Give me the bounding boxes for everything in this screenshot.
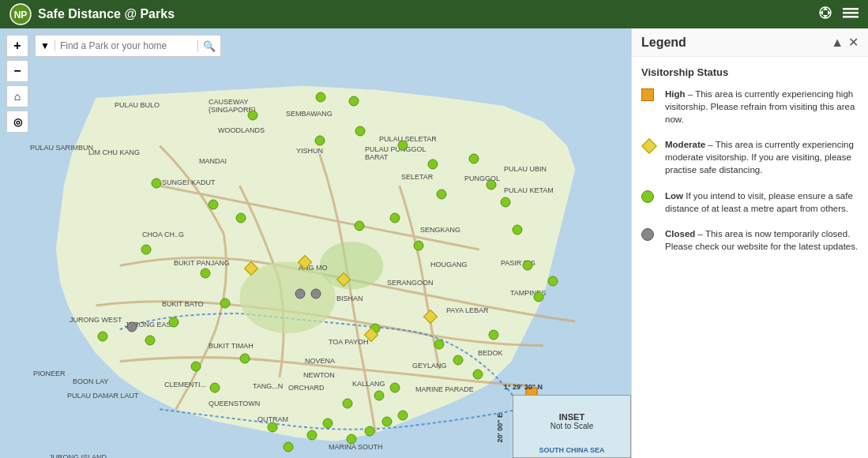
inset-label: INSET [559,412,584,422]
zoom-in-button[interactable]: + [6,35,28,57]
main-content: + − ⌂ ◎ ▼ 🔍 PULAU BULO CAUSEWAY(SINGAPOR… [0,28,868,458]
legend-title: Legend [641,36,686,50]
search-submit-button[interactable]: 🔍 [197,40,220,52]
legend-item-closed: Closed – This area is now temporarily cl… [641,227,859,253]
legend-section-title: Visitorship Status [641,66,859,78]
app-header: NP Safe Distance @ Parks [0,0,868,28]
svg-rect-5 [843,16,859,18]
close-icon: ✕ [848,36,859,49]
svg-point-9 [320,242,384,290]
layers-button[interactable] [817,5,833,24]
legend-text-moderate: Moderate – This area is currently experi… [665,138,859,176]
legend-text-closed: Closed – This area is now temporarily cl… [665,227,859,253]
inset-sea-label: SOUTH CHINA SEA [539,446,604,454]
legend-close-button[interactable]: ✕ [848,35,859,50]
legend-controls: ▲ ✕ [831,35,859,50]
svg-text:NP: NP [14,9,28,21]
map-svg [0,28,631,458]
nparks-logo: NP [9,3,32,25]
chevron-up-icon: ▲ [831,36,844,49]
map-inset: INSET Not to Scale SOUTH CHINA SEA [513,395,631,458]
legend-item-moderate: Moderate – This area is currently experi… [641,138,859,176]
legend-header: Legend ▲ ✕ [632,28,868,57]
legend-icon-moderate [641,139,657,155]
inset-not-to-scale: Not to Scale [550,422,593,430]
map-container[interactable]: + − ⌂ ◎ ▼ 🔍 PULAU BULO CAUSEWAY(SINGAPOR… [0,28,631,458]
legend-text-low: Low If you intend to visit, please ensur… [665,190,859,215]
legend-item-high: High – This area is currently experienci… [641,88,859,126]
legend-body: Visitorship Status High – This area is c… [632,57,868,458]
coord-east: 20' 00" E [496,413,504,442]
menu-button[interactable] [843,5,859,24]
search-dropdown-button[interactable]: ▼ [36,40,55,51]
legend-icon-closed [641,228,657,244]
legend-item-low: Low If you intend to visit, please ensur… [641,190,859,215]
legend-collapse-button[interactable]: ▲ [831,35,844,50]
legend-icon-high [641,88,657,104]
header-actions [817,5,859,24]
coord-north: 1° 29' 30" N [504,383,543,391]
zoom-out-button[interactable]: − [6,60,28,82]
app-title: Safe Distance @ Parks [38,7,817,21]
legend-panel: Legend ▲ ✕ Visitorship Status High – Thi… [631,28,868,458]
search-icon: 🔍 [203,40,216,52]
home-button[interactable]: ⌂ [6,85,28,107]
locate-button[interactable]: ◎ [6,111,28,133]
dropdown-arrow-icon: ▼ [40,40,50,51]
legend-icon-low [641,190,657,206]
search-bar: ▼ 🔍 [35,35,221,57]
search-input[interactable] [55,40,197,51]
map-toolbar: + − ⌂ ◎ [6,35,28,133]
legend-text-high: High – This area is currently experienci… [665,88,859,126]
svg-rect-3 [843,8,859,10]
svg-rect-4 [843,12,859,14]
